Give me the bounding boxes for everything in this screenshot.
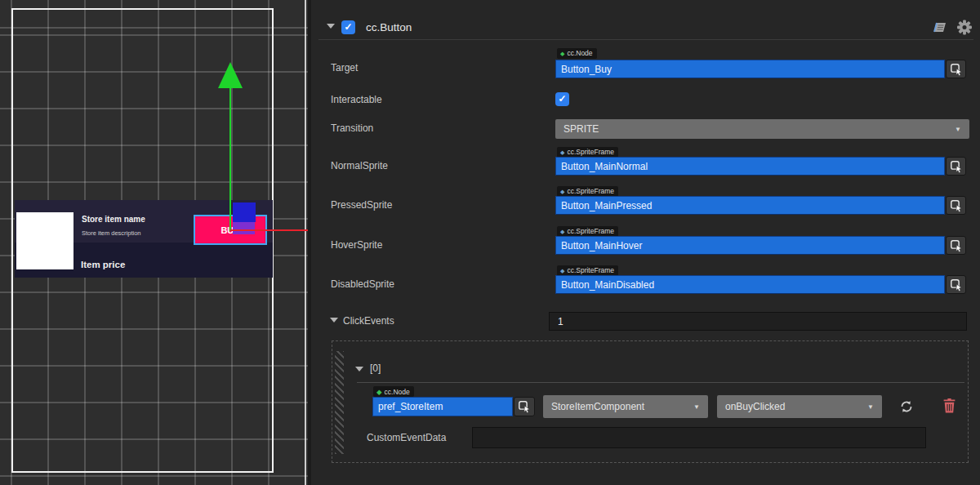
event-0-type-chip: ◆ cc.Node [373, 386, 414, 397]
interactable-label: Interactable [331, 94, 382, 105]
transition-label: Transition [331, 122, 373, 134]
normal-sprite-field[interactable]: Button_MainNormal [555, 157, 945, 176]
component-collapse-icon[interactable] [327, 24, 335, 29]
gizmo-anchor-square[interactable] [233, 202, 256, 222]
gizmo-anchor-square-overlap [233, 222, 255, 234]
target-type-chip: ◆ cc.Node [557, 48, 597, 59]
gizmo-y-axis-line[interactable] [229, 87, 231, 231]
target-label: Target [331, 62, 358, 73]
disabled-sprite-picker-icon[interactable] [946, 275, 966, 294]
pressed-sprite-field[interactable]: Button_MainPressed [555, 196, 945, 215]
transition-dropdown[interactable]: SPRITE ▼ [555, 119, 969, 139]
scene-view[interactable]: Store item name Store item description I… [0, 0, 308, 485]
disabled-sprite-label: DisabledSprite [331, 278, 394, 290]
settings-gear-icon[interactable] [956, 20, 973, 35]
store-item-name-label: Store item name [82, 215, 145, 224]
custom-event-data-label: CustomEventData [367, 432, 446, 443]
custom-event-data-input[interactable] [472, 427, 926, 448]
disabled-sprite-field[interactable]: Button_MainDisabled [555, 275, 945, 294]
gizmo-y-axis-arrow-icon[interactable] [218, 62, 243, 88]
event-0-index-label: [0] [370, 363, 381, 374]
click-events-label: ClickEvents [343, 315, 394, 327]
pressed-sprite-picker-icon[interactable] [946, 196, 966, 215]
help-doc-icon[interactable] [932, 20, 948, 35]
normal-sprite-label: NormalSprite [331, 160, 388, 171]
normal-sprite-picker-icon[interactable] [946, 157, 966, 176]
event-0-refresh-icon[interactable] [899, 399, 914, 414]
event-0-target-node-field[interactable]: pref_StoreItem [372, 397, 513, 416]
hover-sprite-picker-icon[interactable] [946, 236, 966, 255]
store-item-image-placeholder[interactable] [16, 212, 74, 269]
interactable-checkbox[interactable]: ✓ [555, 92, 569, 106]
event-group-drag-handle[interactable] [335, 351, 344, 454]
pressed-sprite-label: PressedSprite [331, 199, 392, 211]
transition-value: SPRITE [564, 123, 599, 135]
event-0-delete-trash-icon[interactable] [943, 398, 956, 413]
event-0-handler-value: onBuyClicked [725, 401, 785, 412]
event-0-type-text: cc.Node [385, 388, 410, 396]
chevron-down-icon: ▼ [955, 126, 961, 133]
target-node-field[interactable]: Button_Buy [555, 60, 945, 78]
click-events-count-input[interactable]: 1 [549, 312, 967, 331]
store-item-price-label: Item price [81, 260, 125, 269]
node-type-diamond-icon: ◆ [376, 388, 382, 396]
click-events-collapse-icon[interactable] [330, 318, 338, 323]
chevron-down-icon: ▼ [867, 403, 874, 411]
store-item-description-label: Store item description [82, 229, 141, 237]
target-type-text: cc.Node [567, 48, 592, 59]
component-title: cc.Button [366, 21, 412, 33]
component-enabled-checkbox[interactable]: ✓ [341, 20, 355, 34]
hover-sprite-label: HoverSprite [331, 239, 382, 251]
gizmo-x-axis-line[interactable] [230, 229, 308, 231]
event-0-component-dropdown[interactable]: StoreItemComponent ▼ [543, 395, 708, 418]
header-separator [318, 39, 973, 40]
event-0-component-value: StoreItemComponent [551, 401, 644, 412]
event-0-collapse-icon[interactable] [355, 367, 363, 372]
node-type-diamond-icon: ◆ [560, 48, 564, 59]
event-0-node-picker-icon[interactable] [514, 397, 535, 416]
event-0-handler-dropdown[interactable]: onBuyClicked ▼ [717, 395, 882, 418]
design-resolution-line [305, 0, 306, 485]
event-0-separator [357, 382, 964, 383]
click-event-0-group: [0] ◆ cc.Node pref_StoreItem StoreItemCo… [332, 340, 969, 463]
target-node-picker-icon[interactable] [946, 60, 966, 78]
cocos-editor: Store item name Store item description I… [0, 0, 980, 485]
hover-sprite-field[interactable]: Button_MainHover [555, 236, 945, 255]
chevron-down-icon: ▼ [693, 403, 700, 411]
inspector-panel: ✓ cc.Button Target ◆ cc.Node Button_Buy [311, 0, 980, 485]
